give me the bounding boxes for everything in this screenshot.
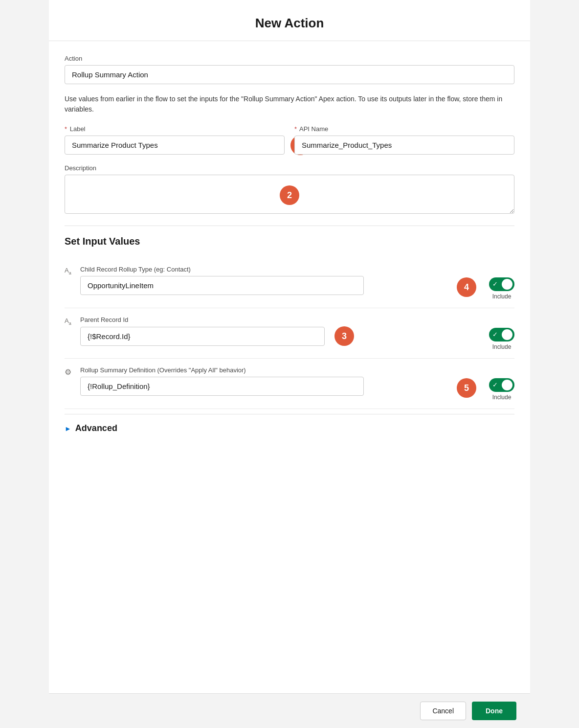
child-record-field-name: Child Record Rollup Type (eg: Contact) (80, 266, 452, 273)
parent-record-toggle-wrap[interactable]: ✓ Include (489, 328, 514, 350)
parent-record-badge-inline: 3 (334, 326, 354, 346)
child-record-field-wrap: Child Record Rollup Type (eg: Contact) (80, 266, 452, 295)
child-record-toggle-wrap[interactable]: ✓ Include (489, 277, 514, 300)
child-record-type-icon: Aa (65, 267, 75, 275)
child-record-toggle[interactable]: ✓ (489, 277, 514, 291)
parent-record-input[interactable] (80, 327, 325, 346)
rollup-def-toggle-wrap[interactable]: ✓ Include (489, 378, 514, 401)
child-record-toggle-label: Include (492, 293, 512, 300)
label-required-star: * (65, 125, 67, 133)
rollup-def-type-icon: ⚙ (65, 367, 75, 377)
action-field-section: Action (65, 55, 514, 84)
modal-footer: Cancel Done (49, 693, 530, 728)
modal-body: Action Use values from earlier in the fl… (49, 41, 530, 693)
rollup-def-badge: 5 (457, 378, 476, 398)
description-text: Use values from earlier in the flow to s… (65, 94, 514, 114)
description-field-section: Description 2 (65, 164, 514, 216)
parent-record-field-name: Parent Record Id (80, 316, 480, 323)
label-field-section: * Label 1 (65, 125, 285, 155)
modal-container: New Action Action Use values from earlie… (49, 0, 530, 728)
api-name-field-label: * API Name (294, 125, 514, 133)
input-row-parent-record: Aa Parent Record Id 3 ✓ Include (65, 308, 514, 359)
rollup-def-check-icon: ✓ (492, 381, 498, 388)
action-field-label: Action (65, 55, 514, 62)
aa-icon-1: Aa (65, 267, 71, 275)
description-field-label: Description (65, 164, 514, 172)
advanced-label: Advanced (75, 423, 117, 433)
child-record-input[interactable] (80, 276, 364, 295)
label-input-wrap: 1 (65, 136, 285, 155)
rollup-def-field-wrap: Rollup Summary Definition (Overrides "Ap… (80, 366, 452, 396)
label-apiname-row: * Label 1 * API Name (65, 125, 514, 155)
rollup-def-badge-wrap: 5 (457, 378, 476, 398)
api-name-field-input[interactable] (294, 136, 514, 155)
child-record-badge-wrap: 4 (457, 277, 476, 297)
input-row-child-record: Aa Child Record Rollup Type (eg: Contact… (65, 258, 514, 308)
child-record-slider: ✓ (489, 277, 514, 291)
parent-record-toggle-label: Include (492, 343, 512, 350)
modal-header: New Action (49, 0, 530, 41)
api-name-field-section: * API Name (294, 125, 514, 155)
action-field-input[interactable] (65, 65, 514, 84)
advanced-section[interactable]: ► Advanced (65, 414, 514, 438)
parent-record-toggle[interactable]: ✓ (489, 328, 514, 341)
description-field-input[interactable] (65, 175, 514, 214)
rollup-def-toggle[interactable]: ✓ (489, 378, 514, 392)
label-field-input[interactable] (65, 136, 285, 155)
parent-record-type-icon: Aa (65, 317, 75, 326)
label-field-label: * Label (65, 125, 285, 133)
child-record-check-icon: ✓ (492, 280, 498, 288)
child-record-badge: 4 (457, 277, 476, 297)
var-icon-1: ⚙ (65, 367, 71, 377)
rollup-def-slider: ✓ (489, 378, 514, 392)
cancel-button[interactable]: Cancel (420, 702, 466, 720)
input-row-rollup-definition: ⚙ Rollup Summary Definition (Overrides "… (65, 359, 514, 409)
modal-title: New Action (49, 16, 530, 31)
rollup-def-field-name: Rollup Summary Definition (Overrides "Ap… (80, 366, 452, 374)
rollup-def-toggle-label: Include (492, 394, 512, 401)
parent-record-slider: ✓ (489, 328, 514, 341)
set-input-values-title: Set Input Values (65, 236, 514, 247)
chevron-right-icon: ► (65, 425, 71, 432)
parent-record-check-icon: ✓ (492, 331, 498, 338)
rollup-def-input[interactable] (80, 377, 364, 396)
done-button[interactable]: Done (472, 702, 516, 720)
aa-icon-2: Aa (65, 317, 71, 326)
parent-record-field-wrap: Parent Record Id 3 (80, 316, 480, 346)
section-divider (65, 226, 514, 226)
api-required-star: * (294, 125, 297, 133)
